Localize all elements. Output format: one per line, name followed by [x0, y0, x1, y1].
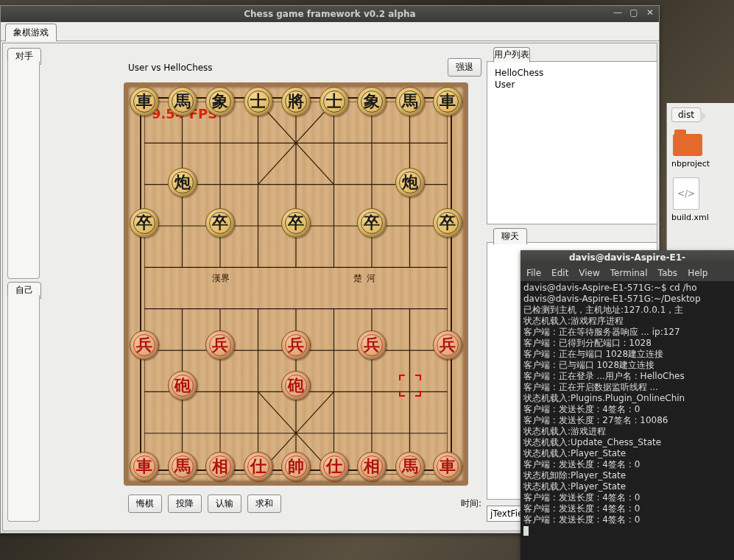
piece-black[interactable]: 象: [357, 87, 387, 116]
top-tabrow: 象棋游戏: [1, 22, 659, 41]
selection-marker: [399, 375, 421, 397]
force-quit-button[interactable]: 强退: [448, 58, 481, 77]
piece-black[interactable]: 炮: [168, 168, 197, 197]
piece-red[interactable]: 兵: [205, 330, 235, 360]
board-buttons: 悔棋 投降 认输 求和 时间:: [128, 495, 481, 513]
tab-user-list[interactable]: 用户列表: [493, 47, 530, 63]
piece-red[interactable]: 兵: [357, 330, 387, 360]
piece-black[interactable]: 士: [244, 87, 273, 116]
piece-red[interactable]: 相: [205, 452, 235, 481]
piece-black[interactable]: 車: [433, 87, 462, 116]
terminal-menu-item[interactable]: Help: [688, 268, 707, 278]
breadcrumb-dist[interactable]: dist: [671, 107, 701, 122]
terminal-menu-item[interactable]: Tabs: [658, 268, 678, 278]
user-list-item[interactable]: HelloChess: [495, 67, 649, 79]
piece-black[interactable]: 象: [205, 87, 235, 116]
user-list-panel: 用户列表 HelloChessUser: [487, 61, 657, 224]
piece-red[interactable]: 兵: [433, 330, 462, 360]
terminal-title[interactable]: davis@davis-Aspire-E1-: [520, 250, 734, 265]
time-label: 时间:: [461, 497, 481, 510]
piece-red[interactable]: 砲: [168, 371, 197, 400]
match-vs-label: User vs HelloChess: [128, 63, 213, 73]
piece-black[interactable]: 馬: [395, 87, 425, 116]
piece-red[interactable]: 馬: [395, 452, 425, 481]
minimize-icon[interactable]: —: [612, 7, 624, 19]
file-manager-fragment: dist nbproject </> build.xml: [666, 103, 734, 250]
window-title: Chess game framework v0.2 alpha: [244, 9, 415, 19]
piece-black[interactable]: 車: [130, 87, 159, 116]
terminal-window: davis@davis-Aspire-E1- FileEditViewTermi…: [520, 250, 734, 560]
piece-black[interactable]: 炮: [395, 168, 425, 197]
piece-black[interactable]: 卒: [433, 208, 462, 238]
opponent-panel: [7, 61, 40, 279]
xiangqi-board[interactable]: 9.54 FPS 漢界 楚河 車馬象士將士象馬車炮炮卒卒卒卒卒兵兵兵兵兵砲砲車馬…: [124, 82, 468, 486]
terminal-menu-item[interactable]: Terminal: [610, 268, 648, 278]
piece-red[interactable]: 車: [433, 452, 462, 481]
center-column: User vs HelloChess 强退 9.54 FPS 漢界 楚河 車馬象…: [128, 58, 481, 513]
terminal-menu-item[interactable]: File: [526, 268, 541, 278]
piece-red[interactable]: 仕: [244, 452, 273, 481]
file-label: build.xml: [667, 211, 734, 224]
tab-chess-game[interactable]: 象棋游戏: [5, 24, 57, 41]
piece-red[interactable]: 仕: [320, 452, 349, 481]
piece-red[interactable]: 砲: [281, 371, 311, 400]
board-grid: [144, 102, 448, 467]
undo-button[interactable]: 悔棋: [128, 495, 162, 513]
titlebar[interactable]: Chess game framework v0.2 alpha — ▢ ✕: [1, 6, 659, 22]
terminal-menu-item[interactable]: View: [579, 268, 599, 278]
self-panel: [7, 295, 40, 522]
piece-black[interactable]: 士: [320, 87, 349, 116]
piece-red[interactable]: 馬: [168, 452, 197, 481]
piece-red[interactable]: 車: [130, 452, 159, 481]
piece-red[interactable]: 兵: [281, 330, 311, 360]
user-list-item[interactable]: User: [495, 79, 649, 91]
folder-label: nbproject: [667, 157, 734, 170]
close-icon[interactable]: ✕: [644, 7, 656, 19]
piece-red[interactable]: 帥: [281, 452, 311, 481]
terminal-menubar: FileEditViewTerminalTabsHelp: [520, 265, 734, 281]
terminal-menu-item[interactable]: Edit: [551, 268, 568, 278]
folder-icon[interactable]: [673, 134, 728, 156]
file-icon[interactable]: </>: [673, 177, 728, 210]
piece-red[interactable]: 相: [357, 452, 387, 481]
maximize-icon[interactable]: ▢: [628, 7, 640, 19]
surrender-button[interactable]: 投降: [168, 495, 202, 513]
terminal-output[interactable]: davis@davis-Aspire-E1-571G:~$ cd /ho dav…: [520, 281, 734, 538]
draw-button[interactable]: 求和: [247, 495, 281, 513]
piece-black[interactable]: 將: [281, 87, 311, 116]
tab-chat[interactable]: 聊天: [493, 228, 527, 245]
piece-red[interactable]: 兵: [130, 330, 159, 360]
piece-black[interactable]: 馬: [168, 87, 197, 116]
admit-button[interactable]: 认输: [208, 495, 241, 513]
